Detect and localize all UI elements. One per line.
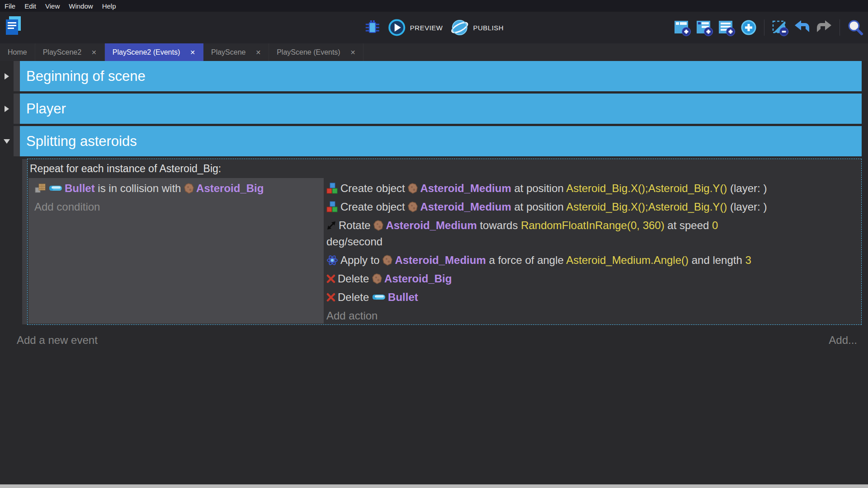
conditions-column: Bullet is in collision with Asteroid_Big… xyxy=(28,178,324,324)
text-segment: Asteroid_Medium.Angle() xyxy=(566,254,689,266)
action-row[interactable]: Create object Asteroid_Medium at positio… xyxy=(326,199,858,215)
close-tab-icon[interactable]: ✕ xyxy=(91,49,97,56)
text-segment: Rotate xyxy=(339,219,373,231)
add-more-link[interactable]: Add... xyxy=(829,334,857,347)
text-segment: Asteroid_Medium xyxy=(386,219,476,231)
tab-label: PlayScene (Events) xyxy=(277,48,340,56)
text-segment: deg/second xyxy=(326,235,382,248)
delete-icon xyxy=(326,274,335,283)
asteroid-icon xyxy=(372,273,382,284)
text-segment: Asteroid_Medium xyxy=(420,182,511,194)
expand-arrow-icon[interactable] xyxy=(5,106,9,112)
add-new-event-link[interactable]: Add a new event xyxy=(17,334,98,347)
text-segment: (layer: ) xyxy=(727,182,767,194)
preview-button[interactable]: PREVIEW xyxy=(388,19,443,37)
menu-item-edit[interactable]: Edit xyxy=(20,0,41,12)
group-title: Splitting asteroids xyxy=(26,133,137,150)
text-segment: towards xyxy=(477,219,521,231)
action-row[interactable]: Delete Asteroid_Big xyxy=(326,271,858,287)
tab-label: PlayScene2 xyxy=(43,48,81,56)
text-segment: Asteroid_Big.X();Asteroid_Big.Y() xyxy=(566,182,727,194)
event-group-splitting-asteroids[interactable]: Splitting asteroids xyxy=(0,126,868,156)
action-row[interactable]: Rotate Asteroid_Medium towards RandomFlo… xyxy=(326,217,858,250)
text-segment: Create object xyxy=(340,201,408,213)
group-title-bar[interactable]: Player xyxy=(20,94,862,124)
text-segment: Asteroid_Big xyxy=(196,182,264,194)
add-action-button[interactable]: Add action xyxy=(326,308,858,324)
text-segment: Apply to xyxy=(340,254,382,266)
action-row[interactable]: Create object Asteroid_Medium at positio… xyxy=(326,180,858,197)
add-subevent-icon[interactable] xyxy=(695,19,713,37)
condition-row[interactable]: Bullet is in collision with Asteroid_Big xyxy=(34,180,324,197)
tab-playscene2-events[interactable]: PlayScene2 (Events)✕ xyxy=(105,43,203,61)
collapse-arrow-icon[interactable] xyxy=(4,139,10,144)
text-segment: and length xyxy=(689,254,745,266)
menu-item-window[interactable]: Window xyxy=(64,0,97,12)
sheet-footer: Add a new event Add... xyxy=(17,334,857,347)
collision-icon xyxy=(34,183,47,194)
redo-icon[interactable] xyxy=(815,19,833,37)
text-segment: at position xyxy=(511,201,566,213)
preview-icon xyxy=(388,19,406,37)
undo-icon[interactable] xyxy=(793,19,811,37)
event-group-player[interactable]: Player xyxy=(0,94,868,124)
toolbar-separator xyxy=(840,19,840,36)
publish-button[interactable]: PUBLISH xyxy=(450,19,504,37)
add-new-event-icon[interactable] xyxy=(673,19,691,37)
horizontal-scrollbar[interactable] xyxy=(0,484,868,488)
menu-bar: FileEditViewWindowHelp xyxy=(0,0,868,12)
tab-home[interactable]: Home xyxy=(0,43,35,61)
toolbar: PREVIEW PUBLISH xyxy=(0,12,868,43)
action-row[interactable]: Delete Bullet xyxy=(326,289,858,305)
create-icon xyxy=(326,183,338,194)
search-icon[interactable] xyxy=(846,19,864,37)
delete-icon xyxy=(326,293,335,302)
preview-label: PREVIEW xyxy=(410,24,443,32)
project-manager-icon[interactable] xyxy=(5,15,23,36)
publish-icon xyxy=(450,19,469,37)
add-comment-icon[interactable] xyxy=(717,19,736,37)
tab-playscene2[interactable]: PlayScene2✕ xyxy=(35,43,105,61)
tab-playscene[interactable]: PlayScene✕ xyxy=(203,43,269,61)
force-icon xyxy=(326,254,338,266)
add-condition-button[interactable]: Add condition xyxy=(34,199,324,215)
text-segment: (layer: ) xyxy=(727,201,767,213)
tab-label: Home xyxy=(8,48,27,56)
text-segment: Asteroid_Big xyxy=(384,272,452,285)
group-title: Player xyxy=(26,101,66,117)
choose-event-icon[interactable] xyxy=(740,19,758,37)
event-group-beginning-of-scene[interactable]: Beginning of scene xyxy=(0,61,868,91)
close-tab-icon[interactable]: ✕ xyxy=(350,49,356,56)
toolbar-center: PREVIEW PUBLISH xyxy=(364,12,504,43)
close-tab-icon[interactable]: ✕ xyxy=(190,49,195,56)
group-title-bar[interactable]: Splitting asteroids xyxy=(20,126,862,156)
actions-column: Create object Asteroid_Medium at positio… xyxy=(325,178,860,324)
text-segment: Bullet xyxy=(388,291,418,303)
text-segment: at position xyxy=(511,182,566,194)
text-segment: Bullet xyxy=(65,182,95,194)
repeat-header[interactable]: Repeat for each instance of Asteroid_Big… xyxy=(28,159,861,175)
debugger-icon[interactable] xyxy=(364,19,381,37)
asteroid-icon xyxy=(184,183,194,194)
close-tab-icon[interactable]: ✕ xyxy=(255,49,261,56)
text-segment: Asteroid_Big.X();Asteroid_Big.Y() xyxy=(566,201,727,213)
group-drag-gutter xyxy=(14,126,20,156)
remove-selection-icon[interactable] xyxy=(771,19,789,37)
menu-item-help[interactable]: Help xyxy=(98,0,121,12)
expand-arrow-icon[interactable] xyxy=(5,73,9,80)
create-icon xyxy=(326,201,338,213)
group-title-bar[interactable]: Beginning of scene xyxy=(20,61,862,91)
menu-item-file[interactable]: File xyxy=(0,0,20,12)
text-segment: a force of angle xyxy=(486,254,566,266)
tab-label: PlayScene2 (Events) xyxy=(113,48,180,56)
tab-playscene-events[interactable]: PlayScene (Events)✕ xyxy=(269,43,363,61)
text-segment: 0 xyxy=(712,219,718,231)
group-drag-gutter xyxy=(14,61,20,91)
action-row[interactable]: Apply to Asteroid_Medium a force of angl… xyxy=(326,252,858,268)
asteroid-icon xyxy=(373,220,383,231)
tab-bar: HomePlayScene2✕PlayScene2 (Events)✕PlayS… xyxy=(0,43,868,61)
repeat-event[interactable]: Repeat for each instance of Asteroid_Big… xyxy=(27,159,862,325)
menu-item-view[interactable]: View xyxy=(41,0,64,12)
toolbar-separator xyxy=(764,19,764,36)
tab-label: PlayScene xyxy=(211,48,246,56)
